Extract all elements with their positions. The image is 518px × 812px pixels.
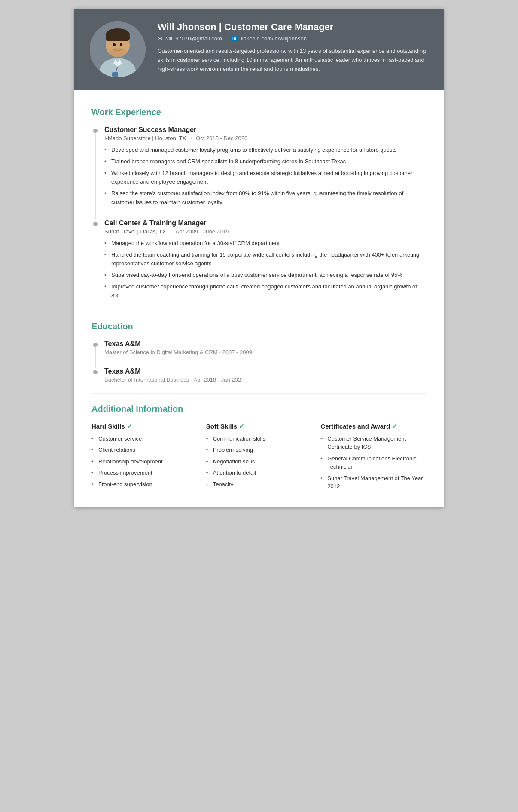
svg-rect-4	[106, 34, 130, 41]
education-title: Education	[91, 322, 427, 331]
meta-dot-2: ·	[170, 228, 172, 235]
soft-skills-check-icon: ✓	[239, 423, 244, 430]
timeline-item-edu1: Texas A&M Master of Science in Digital M…	[104, 340, 427, 355]
hard-skills-check-icon: ✓	[127, 423, 132, 430]
email-contact: ✉ will197070@gmail.com	[158, 35, 222, 42]
work-experience-title: Work Experience	[91, 107, 427, 117]
skill-item: Communication skills	[206, 435, 312, 443]
timeline-line	[95, 133, 96, 219]
job-meta-2: Sunat Travel | Dallas, TX · Apr 2009 - J…	[104, 228, 427, 235]
bullet-item: Developed and managed customer loyalty p…	[104, 146, 427, 155]
school-2: Texas A&M	[104, 368, 427, 375]
degree-meta-1: Master of Science in Digital Marketing &…	[104, 349, 427, 355]
edu-dates-2: Apr 2018 - Jan 202	[193, 377, 241, 383]
header-bio: Customer-oriented and results-targeted p…	[158, 47, 428, 74]
meta-dot-1: ·	[190, 135, 192, 141]
job-title-2: Call Center & Training Manager	[104, 219, 427, 227]
dates-2: Apr 2009 - June 2015	[175, 228, 229, 235]
svg-point-10	[120, 43, 122, 46]
email-icon: ✉	[158, 35, 162, 42]
skill-item: Client relations	[91, 446, 198, 454]
skill-item: Relationship development	[91, 457, 198, 466]
skill-item: Problem-solving	[206, 446, 312, 454]
education-timeline: Texas A&M Master of Science in Digital M…	[91, 340, 427, 383]
section-divider-2	[91, 393, 427, 394]
main-content: Work Experience Customer Success Manager…	[74, 90, 444, 507]
job-title-1: Customer Success Manager	[104, 126, 427, 134]
dates-1: Oct 2015 - Dec 2020	[196, 135, 247, 141]
skill-item: Customer service	[91, 435, 198, 443]
name-text: Will Jhonson	[158, 21, 216, 32]
certificates-title: Certificates and Award ✓	[320, 423, 427, 430]
additional-title: Additional Information	[91, 404, 427, 414]
name-separator: |	[219, 21, 224, 32]
cert-item: Sunat Travel Management of The Year 2012	[320, 474, 427, 491]
bullet-item: Supervised day-to-day front-end operatio…	[104, 271, 427, 280]
bullet-item: Raised the store's customer satisfaction…	[104, 189, 427, 207]
timeline-line	[95, 347, 96, 368]
cert-item: General Communications Electronic Techni…	[320, 454, 427, 471]
skill-item: Attention to detail	[206, 469, 312, 477]
soft-skills-label: Soft Skills	[206, 423, 238, 430]
svg-point-9	[113, 43, 116, 46]
timeline-dot	[93, 129, 98, 133]
additional-grid: Hard Skills ✓ Customer service Client re…	[91, 423, 427, 494]
soft-skills-list: Communication skills Problem-solving Neg…	[206, 435, 312, 489]
svg-rect-8	[112, 72, 118, 77]
bullet-item: Managed the workflow and operation for a…	[104, 239, 427, 248]
degree-2: Bachelor of International Business	[104, 377, 189, 383]
company-2: Sunat Travel | Dallas, TX	[104, 228, 166, 235]
job-meta-1: I-Mado Superstore | Houston, TX · Oct 20…	[104, 135, 427, 141]
hard-skills-label: Hard Skills	[91, 423, 125, 430]
bullet-item: Improved customer experience through pho…	[104, 282, 427, 300]
work-experience-timeline: Customer Success Manager I-Mado Supersto…	[91, 126, 427, 300]
company-1: I-Mado Superstore | Houston, TX	[104, 135, 186, 141]
certificates-col: Certificates and Award ✓ Customer Servic…	[320, 423, 427, 494]
header-name: Will Jhonson | Customer Care Manager	[158, 21, 428, 33]
timeline-dot	[93, 222, 98, 226]
edu-dates-1: 2007 - 2009	[222, 349, 252, 355]
certificates-label: Certificates and Award	[320, 423, 390, 430]
resume-container: Will Jhonson | Customer Care Manager ✉ w…	[74, 9, 444, 507]
header-contact: ✉ will197070@gmail.com in linkedin.com/i…	[158, 35, 428, 42]
title-text: Customer Care Manager	[224, 21, 333, 32]
hard-skills-title: Hard Skills ✓	[91, 423, 198, 430]
timeline-dot	[93, 343, 98, 347]
job-bullets-2: Managed the workflow and operation for a…	[104, 239, 427, 300]
bullet-item: Handled the team coaching and training f…	[104, 251, 427, 269]
timeline-item-job1: Customer Success Manager I-Mado Supersto…	[104, 126, 427, 207]
degree-meta-2: Bachelor of International Business · Apr…	[104, 377, 427, 383]
soft-skills-col: Soft Skills ✓ Communication skills Probl…	[206, 423, 312, 494]
certificates-check-icon: ✓	[392, 423, 397, 430]
linkedin-contact: in linkedin.com/in/willjohnson	[231, 35, 307, 42]
linkedin-badge: in	[231, 36, 238, 41]
job-bullets-1: Developed and managed customer loyalty p…	[104, 146, 427, 207]
svg-point-5	[109, 48, 126, 57]
bullet-item: Trained branch managers and CRM speciali…	[104, 157, 427, 166]
email-value: will197070@gmail.com	[165, 35, 222, 42]
hard-skills-list: Customer service Client relations Relati…	[91, 435, 198, 489]
bullet-item: Worked closely with 12 branch managers t…	[104, 169, 427, 187]
hard-skills-col: Hard Skills ✓ Customer service Client re…	[91, 423, 198, 494]
section-divider	[91, 311, 427, 311]
skill-item: Negotiation skills	[206, 457, 312, 466]
skill-item: Front-end supervision	[91, 480, 198, 489]
avatar	[90, 21, 146, 77]
timeline-item-edu2: Texas A&M Bachelor of International Busi…	[104, 368, 427, 383]
skill-item: Tenacity	[206, 480, 312, 489]
avatar-wrap	[90, 21, 146, 77]
degree-dot-1: ·	[219, 349, 222, 355]
degree-1: Master of Science in Digital Marketing &…	[104, 349, 218, 355]
school-1: Texas A&M	[104, 340, 427, 348]
header-section: Will Jhonson | Customer Care Manager ✉ w…	[74, 9, 444, 90]
linkedin-value: linkedin.com/in/willjohnson	[241, 35, 307, 42]
header-info: Will Jhonson | Customer Care Manager ✉ w…	[158, 21, 428, 74]
soft-skills-title: Soft Skills ✓	[206, 423, 312, 430]
certificates-list: Customer Service Management Certificate …	[320, 435, 427, 491]
skill-item: Process improvement	[91, 469, 198, 477]
timeline-item-job2: Call Center & Training Manager Sunat Tra…	[104, 219, 427, 300]
timeline-dot	[93, 370, 98, 374]
cert-item: Customer Service Management Certificate …	[320, 435, 427, 451]
